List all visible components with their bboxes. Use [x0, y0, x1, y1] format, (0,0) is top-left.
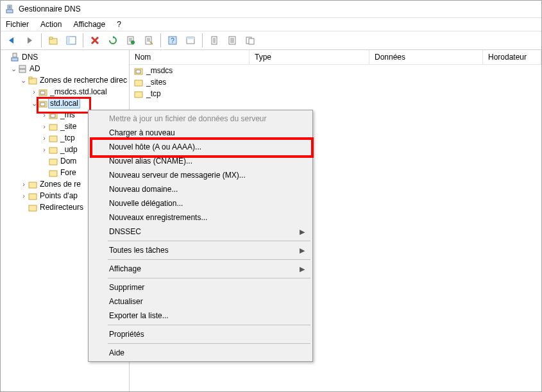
ctx-view[interactable]: Affichage▶ — [90, 262, 311, 276]
tree-zone-stdlocal[interactable]: ⌄ std.local — [1, 98, 129, 109]
server-icon — [17, 64, 28, 74]
menu-separator — [108, 325, 310, 325]
ctx-dnssec[interactable]: DNSSEC▶ — [90, 225, 311, 239]
export-button[interactable] — [123, 32, 139, 49]
window-title: Gestionnaire DNS — [19, 4, 81, 13]
svg-rect-34 — [49, 171, 57, 176]
column-nom[interactable]: Nom — [130, 50, 250, 64]
svg-rect-6 — [67, 37, 70, 44]
expand-icon[interactable]: › — [20, 192, 28, 200]
zone-icon — [48, 110, 58, 120]
folder-icon — [48, 133, 58, 143]
ctx-all-tasks[interactable]: Toutes les tâches▶ — [90, 243, 311, 257]
help-button[interactable]: ? — [164, 32, 181, 49]
ctx-new-host[interactable]: Nouvel hôte (A ou AAAA)... — [90, 140, 311, 154]
folder-icon — [28, 202, 38, 212]
up-button[interactable] — [45, 32, 62, 49]
collapse-icon[interactable]: ⌄ — [10, 65, 17, 73]
svg-rect-20 — [19, 65, 26, 69]
zone-icon — [38, 87, 48, 97]
properties-button[interactable] — [140, 32, 157, 49]
ctx-new-domain[interactable]: Nouveau domaine... — [90, 182, 311, 196]
titlebar: Gestionnaire DNS — [1, 1, 541, 17]
svg-rect-4 — [49, 37, 53, 39]
expand-icon[interactable]: › — [40, 134, 48, 142]
menu-separator — [108, 343, 310, 344]
svg-rect-27 — [40, 103, 45, 106]
expand-icon[interactable]: › — [40, 111, 48, 119]
expand-icon[interactable]: › — [40, 123, 48, 130]
svg-rect-19 — [13, 53, 17, 57]
dns-icon — [10, 52, 20, 62]
ctx-help[interactable]: Aide — [90, 346, 311, 360]
ctx-new-alias[interactable]: Nouvel alias (CNAME)... — [90, 154, 311, 168]
ctx-reload[interactable]: Charger à nouveau — [90, 126, 311, 140]
ctx-properties[interactable]: Propriétés — [90, 327, 311, 341]
ctx-new-records[interactable]: Nouveaux enregistrements... — [90, 210, 311, 225]
folder-icon — [28, 179, 38, 189]
svg-rect-41 — [135, 92, 142, 98]
list-header: Nom Type Données Horodateur — [130, 50, 541, 65]
svg-rect-9 — [146, 37, 151, 44]
svg-rect-23 — [29, 77, 32, 79]
folder-icon — [28, 191, 38, 201]
back-button[interactable] — [3, 32, 20, 49]
tree-root-dns[interactable]: DNS — [1, 51, 129, 63]
ctx-update-server-data-file: Mettre à jour un fichier de données du s… — [90, 112, 311, 126]
tree-forward-zones[interactable]: ⌄ Zones de recherche direc — [1, 74, 129, 86]
list-item[interactable]: _sites — [130, 76, 541, 88]
submenu-arrow-icon: ▶ — [300, 228, 305, 236]
refresh-button[interactable] — [105, 32, 121, 49]
expand-icon[interactable]: › — [30, 88, 38, 96]
new-record-button[interactable] — [206, 32, 223, 49]
menu-action[interactable]: Action — [39, 19, 63, 30]
list-item[interactable]: _msdcs — [130, 65, 541, 76]
menu-help[interactable]: ? — [115, 19, 123, 30]
svg-rect-18 — [12, 58, 18, 61]
svg-rect-0 — [6, 10, 13, 13]
svg-rect-35 — [29, 182, 37, 188]
show-hide-tree-button[interactable] — [63, 32, 80, 49]
delete-button[interactable] — [87, 32, 103, 49]
expand-icon[interactable]: › — [40, 146, 48, 153]
ctx-new-mx[interactable]: Nouveau serveur de messagerie (MX)... — [90, 168, 311, 182]
menu-separator — [108, 259, 310, 260]
menu-fichier[interactable]: Fichier — [4, 19, 30, 30]
folder-icon — [48, 144, 58, 155]
svg-rect-33 — [49, 159, 57, 165]
ctx-export-list[interactable]: Exporter la liste... — [90, 309, 311, 323]
ctx-new-delegation[interactable]: Nouvelle délégation... — [90, 196, 311, 210]
tree-zone-msdcs[interactable]: › _msdcs.std.local — [1, 86, 129, 98]
submenu-arrow-icon: ▶ — [300, 265, 305, 273]
list-item[interactable]: _tcp — [130, 88, 541, 99]
column-donnees[interactable]: Données — [369, 50, 483, 64]
collapse-icon[interactable]: ⌄ — [20, 76, 28, 85]
svg-rect-13 — [187, 37, 194, 39]
svg-rect-39 — [136, 70, 140, 73]
svg-rect-14 — [212, 37, 217, 44]
folder-icon — [28, 75, 38, 85]
menu-affichage[interactable]: Affichage — [72, 19, 106, 30]
filter-button[interactable] — [182, 32, 199, 49]
expand-icon[interactable]: › — [20, 180, 28, 188]
zone-icon — [133, 65, 144, 76]
set-aging-button[interactable] — [224, 32, 241, 49]
new-zone-button[interactable] — [242, 32, 258, 49]
menu-separator — [108, 278, 310, 278]
svg-rect-17 — [249, 38, 254, 44]
collapse-icon[interactable]: ⌄ — [30, 99, 38, 108]
list-item-label: _sites — [146, 78, 166, 87]
ctx-delete[interactable]: Supprimer — [90, 280, 311, 294]
forward-button[interactable] — [21, 32, 38, 49]
column-horodateur[interactable]: Horodateur — [483, 50, 541, 64]
svg-text:?: ? — [171, 37, 174, 44]
svg-rect-15 — [229, 37, 235, 44]
svg-rect-31 — [49, 136, 57, 142]
svg-rect-30 — [49, 124, 57, 130]
svg-point-8 — [131, 40, 135, 44]
column-type[interactable]: Type — [250, 50, 369, 64]
menubar: Fichier Action Affichage ? — [1, 17, 541, 31]
ctx-refresh[interactable]: Actualiser — [90, 294, 311, 309]
submenu-arrow-icon: ▶ — [300, 246, 305, 255]
tree-server-ad[interactable]: ⌄ AD — [1, 63, 129, 74]
